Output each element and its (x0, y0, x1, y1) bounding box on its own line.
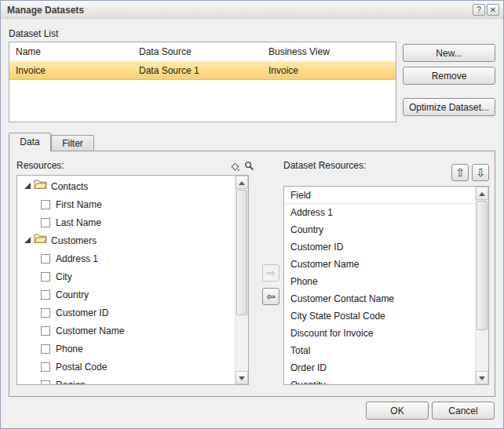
scroll-down-button[interactable] (476, 371, 488, 384)
resources-tree: Contacts First Name Last Name Customers … (16, 175, 249, 385)
tree-item-postal-code[interactable]: Postal Code (17, 358, 235, 376)
close-button[interactable]: ✕ (487, 4, 499, 16)
optimize-dataset-button[interactable]: Optimize Dataset... (403, 98, 495, 116)
tree-item-last-name[interactable]: Last Name (17, 214, 235, 232)
help-icon: ? (477, 5, 481, 14)
tree-label: Phone (56, 344, 83, 354)
field-row-order-id[interactable]: Order ID (284, 359, 475, 376)
arrow-left-icon: ⇦ (266, 290, 276, 303)
column-header-name[interactable]: Name (16, 46, 41, 57)
list-scrollbar-thumb[interactable] (477, 201, 488, 330)
checkbox[interactable] (41, 326, 50, 336)
arrow-right-icon: ⇨ (266, 267, 276, 279)
tree-label: Country (56, 289, 89, 300)
tree-item-country[interactable]: Country (17, 286, 235, 304)
dataset-row-name: Invoice (16, 65, 46, 76)
field-row-discount-for-invoice[interactable]: Discount for Invoice (284, 325, 475, 342)
checkbox[interactable] (41, 272, 50, 282)
checkbox[interactable] (41, 362, 50, 372)
search-icon[interactable] (244, 161, 254, 173)
tab-data[interactable]: Data (9, 133, 51, 151)
checkbox[interactable] (41, 344, 50, 354)
remove-from-dataset-button[interactable]: ⇦ (262, 288, 279, 305)
tree-label: Last Name (56, 217, 101, 228)
dataset-table-header: Name Data Source Business View (9, 42, 396, 61)
tree-item-city[interactable]: City (17, 268, 235, 286)
manage-datasets-dialog: Manage Datasets ? ✕ Dataset List Name Da… (0, 0, 504, 429)
cancel-button[interactable]: Cancel (432, 402, 495, 420)
resources-label: Resources: (16, 160, 64, 171)
field-row-customer-name[interactable]: Customer Name (284, 256, 475, 273)
dialog-title: Manage Datasets (7, 5, 84, 16)
close-icon: ✕ (490, 5, 496, 14)
tree-item-region[interactable]: Region (17, 376, 235, 384)
tree-folder-customers[interactable]: Customers (17, 232, 235, 250)
tree-scrollbar[interactable] (235, 176, 248, 384)
dataset-row-invoice[interactable]: Invoice Data Source 1 Invoice (9, 62, 396, 80)
field-row-city-state-postal-code[interactable]: City State Postal Code (284, 307, 475, 325)
field-row-total[interactable]: Total (284, 342, 475, 359)
dataset-row-data-source: Data Source 1 (139, 65, 199, 76)
tree-item-first-name[interactable]: First Name (17, 196, 235, 214)
expander-icon[interactable] (24, 183, 31, 189)
dataset-table: Name Data Source Business View Invoice D… (9, 42, 396, 122)
dataset-resources-label: Dataset Resources: (283, 160, 366, 171)
dataset-resources-list-content: Field Address 1 Country Customer ID Cust… (284, 187, 475, 384)
titlebar[interactable]: Manage Datasets ? ✕ (1, 1, 503, 19)
scroll-down-icon (239, 376, 245, 384)
tree-scrollbar-thumb[interactable] (236, 190, 247, 315)
remove-dataset-button[interactable]: Remove (403, 67, 495, 85)
tree-folder-contacts[interactable]: Contacts (17, 178, 235, 196)
checkbox[interactable] (41, 308, 50, 318)
tree-label: First Name (56, 199, 102, 210)
scroll-up-icon (479, 189, 485, 196)
expander-icon[interactable] (24, 237, 31, 243)
scroll-up-icon (239, 178, 245, 185)
help-button[interactable]: ? (473, 4, 485, 16)
checkbox[interactable] (41, 254, 50, 264)
field-row-quantity[interactable]: Quantity (284, 376, 475, 384)
list-scrollbar[interactable] (475, 187, 488, 384)
field-row-customer-contact-name[interactable]: Customer Contact Name (284, 290, 475, 307)
scroll-down-icon (479, 376, 485, 384)
field-row-address-1[interactable]: Address 1 (284, 204, 475, 221)
ok-button[interactable]: OK (366, 402, 429, 420)
scroll-up-button[interactable] (236, 176, 248, 189)
tree-label: Customers (51, 235, 97, 246)
scroll-down-button[interactable] (236, 371, 248, 384)
tree-label: Address 1 (56, 253, 98, 264)
tree-item-phone[interactable]: Phone (17, 340, 235, 358)
tree-item-customer-id[interactable]: Customer ID (17, 304, 235, 322)
tree-label: Customer ID (56, 307, 108, 318)
field-column-header[interactable]: Field (284, 187, 475, 204)
checkbox[interactable] (41, 200, 50, 209)
tab-filter[interactable]: Filter (51, 135, 94, 151)
tree-item-customer-name[interactable]: Customer Name (17, 322, 235, 340)
tree-label: Postal Code (56, 362, 107, 373)
checkbox[interactable] (41, 290, 50, 300)
dataset-resources-list: Field Address 1 Country Customer ID Cust… (283, 186, 489, 385)
column-header-business-view[interactable]: Business View (268, 46, 330, 57)
field-row-country[interactable]: Country (284, 221, 475, 238)
folder-icon (34, 231, 47, 249)
checkbox[interactable] (41, 380, 50, 384)
resources-tree-content: Contacts First Name Last Name Customers … (17, 178, 235, 384)
scroll-up-button[interactable] (476, 187, 488, 200)
field-row-customer-id[interactable]: Customer ID (284, 238, 475, 256)
sort-icon[interactable] (230, 162, 240, 174)
tree-item-address-1[interactable]: Address 1 (17, 250, 235, 268)
dataset-list-label: Dataset List (9, 28, 58, 39)
column-header-data-source[interactable]: Data Source (139, 46, 192, 57)
move-down-button[interactable]: ⇩ (472, 164, 489, 181)
new-dataset-button[interactable]: New... (403, 44, 495, 62)
move-up-button[interactable]: ⇧ (451, 164, 469, 181)
arrow-down-icon: ⇩ (476, 166, 485, 179)
checkbox[interactable] (41, 218, 50, 227)
add-to-dataset-button[interactable]: ⇨ (262, 264, 279, 282)
arrow-up-icon: ⇧ (455, 166, 465, 179)
dataset-row-business-view: Invoice (268, 65, 298, 76)
field-row-phone[interactable]: Phone (284, 273, 475, 290)
folder-icon (34, 178, 47, 195)
data-tab-panel: Resources: Contacts First Name Last Name… (9, 151, 495, 397)
tree-label: Contacts (51, 181, 88, 192)
